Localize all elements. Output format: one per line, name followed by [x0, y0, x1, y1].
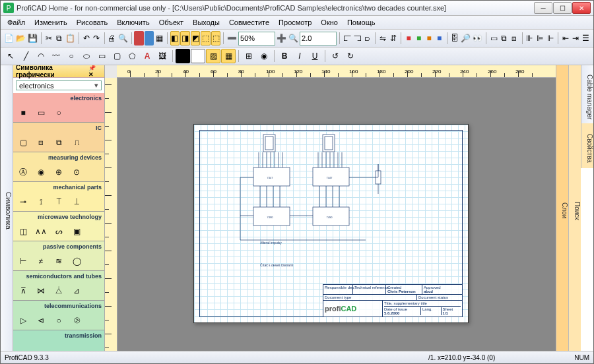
- binoc-icon[interactable]: 👀: [472, 31, 483, 46]
- symbol-icon[interactable]: ≋: [53, 257, 65, 266]
- zoom-input[interactable]: [238, 32, 275, 46]
- tool-e[interactable]: ⬚: [211, 31, 221, 46]
- menu-insert[interactable]: Включить: [113, 17, 153, 28]
- symbol-icon[interactable]: ⋈: [35, 286, 47, 295]
- menu-align[interactable]: Совместите: [225, 17, 273, 28]
- rect2-icon[interactable]: ▭: [94, 49, 109, 63]
- group-icon[interactable]: ⧉: [499, 31, 509, 46]
- symbol-icon[interactable]: ○: [53, 108, 65, 117]
- symbol-icon[interactable]: ⊲: [35, 316, 47, 325]
- category-transmission[interactable]: transmission: [13, 330, 104, 341]
- category-passive-components[interactable]: passive components: [13, 241, 104, 252]
- copy-icon[interactable]: ⧉: [54, 31, 64, 46]
- paste-icon[interactable]: 📋: [65, 31, 76, 46]
- zoom-out-icon[interactable]: ➖: [226, 31, 238, 46]
- symbol-icon[interactable]: Ⓐ: [17, 167, 29, 177]
- polyline-icon[interactable]: 〰: [49, 49, 63, 63]
- bold-icon[interactable]: B: [277, 49, 292, 63]
- arc-icon[interactable]: ◠: [34, 49, 48, 63]
- tool-c[interactable]: ◩: [191, 31, 201, 46]
- library-select[interactable]: electronics: [16, 80, 102, 90]
- rotate-r-icon[interactable]: ↻: [343, 49, 358, 63]
- image-icon[interactable]: 🖼: [155, 49, 170, 63]
- pointer-icon[interactable]: ↖: [3, 49, 18, 63]
- symbol-icon[interactable]: ⧈: [35, 138, 47, 147]
- align-right-icon[interactable]: ⫐: [363, 31, 373, 46]
- symbol-icon[interactable]: ᔕ: [53, 227, 65, 236]
- node-icon[interactable]: ◉: [257, 49, 271, 63]
- symbol-icon[interactable]: ◫: [17, 227, 29, 236]
- dist-v-icon[interactable]: ⇥: [571, 31, 581, 46]
- align-left-icon[interactable]: ⫍: [343, 31, 352, 46]
- right-tab-props[interactable]: Свойства: [581, 123, 593, 168]
- obj3-icon[interactable]: ■: [424, 31, 434, 46]
- zoom-fit-icon[interactable]: 🔍: [288, 31, 299, 46]
- search2-icon[interactable]: 🔎: [460, 31, 471, 46]
- obj2-icon[interactable]: ■: [414, 31, 424, 46]
- menu-draw[interactable]: Рисовать: [73, 17, 112, 28]
- right-tab-search[interactable]: Поиск: [568, 65, 581, 351]
- text-icon[interactable]: A: [140, 49, 154, 63]
- menu-outputs[interactable]: Выходы: [189, 17, 224, 28]
- category-semiconductors-and-tubes[interactable]: semiconductors and tubes: [13, 271, 104, 282]
- grid-icon[interactable]: ▦: [154, 31, 164, 46]
- tool-a[interactable]: ◧: [170, 31, 180, 46]
- pattern-icon[interactable]: ▦: [221, 49, 236, 63]
- rect-icon[interactable]: ▭: [489, 31, 499, 46]
- align-center-icon[interactable]: ⫎: [352, 31, 362, 46]
- ungroup-icon[interactable]: ⧈: [510, 31, 519, 46]
- symbol-icon[interactable]: ⊕: [53, 167, 65, 177]
- hatch-icon[interactable]: ▨: [206, 49, 220, 63]
- rrect-icon[interactable]: ▢: [110, 49, 124, 63]
- category-electronics[interactable]: electronics: [13, 93, 104, 104]
- category-IC[interactable]: IC: [13, 123, 104, 133]
- symbol-icon[interactable]: ▭: [35, 108, 47, 117]
- print-icon[interactable]: 🖨: [107, 31, 117, 46]
- symbol-icon[interactable]: ▢: [17, 138, 29, 147]
- symbol-icon[interactable]: ⟟: [35, 197, 47, 206]
- underline-icon[interactable]: U: [308, 49, 322, 63]
- redo-icon[interactable]: ↷: [92, 31, 102, 46]
- drawing-canvas[interactable]: 7447 7447 7490 7490 Aftend impulsy Čítač…: [117, 78, 556, 351]
- category-microwave-technology[interactable]: microwave technology: [13, 212, 104, 222]
- dist-h-icon[interactable]: ⇤: [560, 31, 570, 46]
- symbol-icon[interactable]: ⧊: [53, 286, 65, 295]
- category-measuring-devices[interactable]: measuring devices: [13, 152, 104, 163]
- open-icon[interactable]: 📂: [15, 31, 26, 46]
- save-icon[interactable]: 💾: [27, 31, 38, 46]
- symbol-icon[interactable]: ∧∧: [35, 227, 47, 236]
- category-mechanical-parts[interactable]: mechanical parts: [13, 182, 104, 193]
- menu-help[interactable]: Помощь: [343, 17, 380, 28]
- menu-window[interactable]: Окно: [317, 17, 342, 28]
- undo-icon[interactable]: ↶: [81, 31, 91, 46]
- symbol-icon[interactable]: ⊼: [17, 286, 29, 295]
- linewidth-input[interactable]: [300, 32, 337, 46]
- minimize-button[interactable]: ─: [534, 2, 552, 14]
- left-tab-symbols[interactable]: Символика: [1, 65, 13, 351]
- circle-icon[interactable]: ○: [64, 49, 79, 63]
- symbol-icon[interactable]: ◯: [71, 257, 82, 266]
- fill1-icon[interactable]: [176, 49, 190, 63]
- category-telecommunications[interactable]: telecommunications: [13, 301, 104, 311]
- menu-edit[interactable]: Изменить: [30, 17, 71, 28]
- menu-file[interactable]: Файл: [3, 17, 29, 28]
- ellipse-icon[interactable]: ⬭: [79, 49, 94, 63]
- new-icon[interactable]: 📄: [3, 31, 15, 46]
- symbol-icon[interactable]: ○: [53, 316, 65, 325]
- pin-icon[interactable]: 📌 ✕: [88, 65, 102, 78]
- snap-icon[interactable]: ⊞: [242, 49, 256, 63]
- line-icon[interactable]: ╱: [18, 49, 33, 63]
- right-tab-cable[interactable]: Cable manager: [581, 65, 593, 123]
- symbol-icon[interactable]: ⟘: [71, 197, 82, 206]
- color1-icon[interactable]: [134, 31, 144, 46]
- symbol-icon[interactable]: ⟙: [53, 197, 65, 206]
- italic-icon[interactable]: I: [292, 49, 307, 63]
- symbol-icon[interactable]: ▷: [17, 316, 29, 325]
- symbol-icon[interactable]: ▣: [71, 227, 82, 236]
- align4-icon[interactable]: ⊩: [545, 31, 555, 46]
- close-button[interactable]: ✕: [572, 2, 591, 14]
- obj4-icon[interactable]: ■: [434, 31, 444, 46]
- symbol-icon[interactable]: ⊙: [71, 167, 82, 177]
- tool-d[interactable]: ⬚: [201, 31, 211, 46]
- obj1-icon[interactable]: ■: [404, 31, 414, 46]
